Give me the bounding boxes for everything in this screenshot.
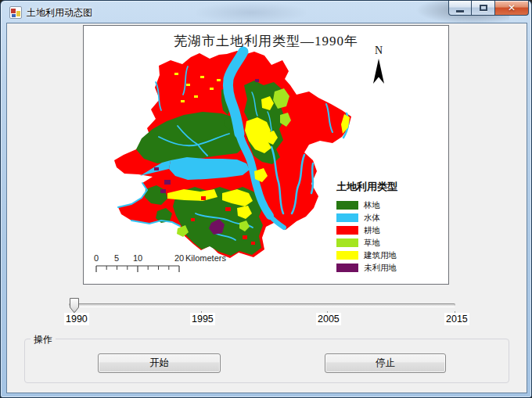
legend-label: 未利用地 [364,263,397,274]
maximize-icon [480,5,487,11]
trackbar-groove[interactable] [69,303,455,307]
year-trackbar[interactable] [66,296,458,315]
grass-swatch [336,238,358,247]
scale-ruler [92,265,193,274]
scale-bar: 0 5 10 20 Kilometers [92,253,256,277]
map-legend: 土地利用类型 林地水体耕地草地建筑用地未利用地 [336,180,397,276]
legend-label: 水体 [364,213,380,224]
stop-button[interactable]: 停止 [325,353,446,373]
maximize-button[interactable] [472,1,495,16]
year-label-2005: 2005 [316,313,341,325]
legend-item-forest: 林地 [336,201,397,210]
form-client-area: 芜湖市土地利用类型—1990年 N 土地利用类型 林地水体耕地草地建筑用地未利用… [7,23,527,393]
minimize-button[interactable] [448,1,472,16]
legend-label: 建筑用地 [364,250,397,261]
legend-label: 耕地 [364,225,380,236]
scale-label-5: 5 [114,253,119,263]
year-label-1995: 1995 [190,313,215,325]
titlebar[interactable]: 土地利用动态图 ✕ [1,1,531,23]
water-swatch [336,213,358,222]
legend-title: 土地利用类型 [336,180,397,194]
minimize-icon [456,10,464,13]
land-use-map-box: 芜湖市土地利用类型—1990年 N 土地利用类型 林地水体耕地草地建筑用地未利用… [83,25,449,285]
screen: 土地利用动态图 ✕ [0,0,532,398]
scale-label-0: 0 [94,253,99,263]
north-arrow: N [367,45,390,85]
operations-group-label: 操作 [31,333,56,346]
legend-item-water: 水体 [336,213,397,222]
legend-item-unused: 未利用地 [336,264,397,272]
crop-swatch [336,226,358,235]
year-label-1990: 1990 [64,313,89,325]
map-title: 芜湖市土地利用类型—1990年 [84,32,448,50]
legend-item-grass: 草地 [336,238,397,247]
unused-swatch [336,264,358,272]
legend-label: 林地 [364,200,380,211]
year-label-2015: 2015 [444,313,469,325]
window-title: 土地利用动态图 [27,6,92,20]
close-icon: ✕ [508,2,516,13]
scale-unit: Kilometers [185,253,226,263]
legend-item-crop: 耕地 [336,226,397,235]
north-label: N [375,45,383,57]
forest-swatch [336,201,358,210]
caption-buttons: ✕ [448,1,529,16]
app-window: 土地利用动态图 ✕ [0,0,532,398]
start-button[interactable]: 开始 [98,353,221,373]
app-icon [9,6,22,19]
legend-label: 草地 [364,238,380,249]
built-swatch [336,251,358,260]
scale-label-20: 20 [174,253,184,263]
legend-item-built: 建筑用地 [336,251,397,260]
north-arrow-icon [372,57,386,85]
scale-label-10: 10 [133,253,142,263]
legend-rows: 林地水体耕地草地建筑用地未利用地 [336,201,397,272]
close-button[interactable]: ✕ [495,1,529,16]
